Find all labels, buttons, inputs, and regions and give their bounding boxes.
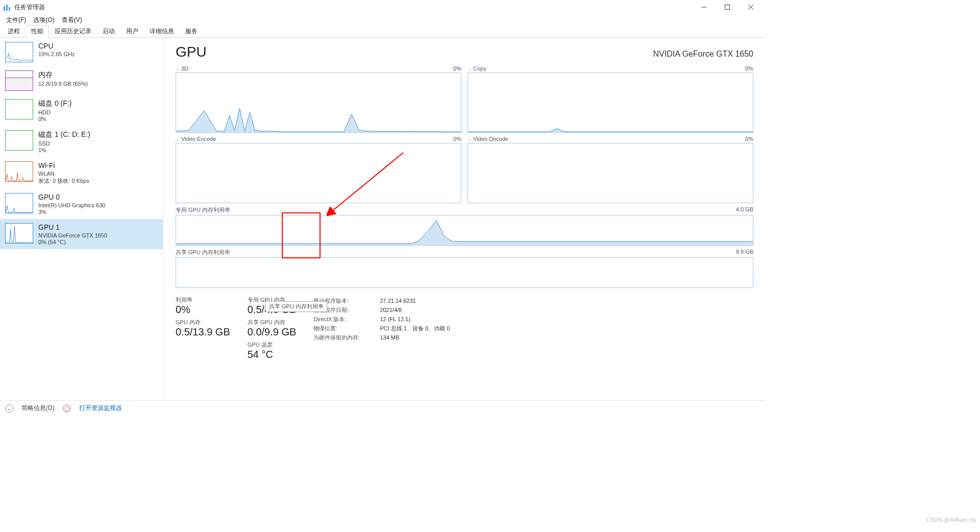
chart-shr-right: 9.9 GB xyxy=(736,249,753,256)
chart-ded-right: 4.0 GB xyxy=(736,206,753,214)
stat-util-value: 0% xyxy=(176,304,230,316)
tab-app-history[interactable]: 应用历史记录 xyxy=(49,25,97,38)
memory-value: 12.8/19.8 GB (65%) xyxy=(38,81,88,87)
open-resmon-link[interactable]: 打开资源监视器 xyxy=(79,404,122,413)
chart-video-encode[interactable]: ⌄Video Encode0% xyxy=(176,135,461,203)
chart-dedicated-memory[interactable]: 专用 GPU 内存利用率4.0 GB xyxy=(176,205,753,246)
cpu-value: 19% 2.85 GHz xyxy=(38,51,75,57)
sidebar-item-gpu0[interactable]: GPU 0Intel(R) UHD Graphics 6303% xyxy=(0,189,163,219)
stat-temp-value: 54 °C xyxy=(248,349,297,360)
tab-users[interactable]: 用户 xyxy=(120,25,144,38)
detail-v-3: PCI 总线 1、设备 0、功能 0 xyxy=(380,324,450,333)
tab-services[interactable]: 服务 xyxy=(180,25,203,38)
menu-options[interactable]: 选项(O) xyxy=(30,15,57,26)
svg-rect-7 xyxy=(6,78,33,90)
sidebar: CPU19% 2.85 GHz 内存12.8/19.8 GB (65%) 磁盘 … xyxy=(0,38,163,400)
menu-view[interactable]: 查看(V) xyxy=(59,15,85,26)
annotation-arrow-icon xyxy=(327,150,408,216)
stat-shr-label: 共享 GPU 内存 xyxy=(248,319,297,326)
gpu1-line2: NVIDIA GeForce GTX 1650 xyxy=(38,232,107,238)
memory-thumb-icon xyxy=(5,70,33,91)
disk1-line3: 1% xyxy=(38,147,90,153)
minimize-button[interactable] xyxy=(692,0,716,14)
chart-copy[interactable]: ⌄Copy0% xyxy=(468,64,753,133)
detail-v-0: 27.21.14.6231 xyxy=(380,296,415,305)
tab-performance[interactable]: 性能 xyxy=(26,25,49,38)
brief-info-link[interactable]: 简略信息(D) xyxy=(21,404,55,413)
disk1-title: 磁盘 1 (C: D: E:) xyxy=(38,130,90,139)
app-icon xyxy=(3,3,11,11)
chevron-down-icon[interactable]: ⌄ xyxy=(176,66,180,71)
svg-line-12 xyxy=(332,153,403,211)
footer: ⌄ 简略信息(D) ◯ 打开资源监视器 xyxy=(0,400,766,416)
svg-rect-0 xyxy=(4,6,5,11)
tab-processes[interactable]: 进程 xyxy=(2,25,26,38)
chart-3d-right: 0% xyxy=(453,65,461,71)
tab-startup[interactable]: 启动 xyxy=(97,25,120,38)
sidebar-item-disk0[interactable]: 磁盘 0 (F:)HDD0% xyxy=(0,95,163,126)
disk0-title: 磁盘 0 (F:) xyxy=(38,99,71,108)
chevron-down-icon[interactable]: ⌄ xyxy=(468,137,472,142)
chart-vd-label: Video Decode xyxy=(473,136,508,142)
collapse-icon[interactable]: ⌄ xyxy=(5,404,13,413)
stat-mem-label: GPU 内存 xyxy=(176,319,230,326)
disk1-thumb-icon xyxy=(5,130,33,151)
detail-k-4: 为硬件保留的内存: xyxy=(313,333,370,342)
sidebar-item-memory[interactable]: 内存12.8/19.8 GB (65%) xyxy=(0,66,163,95)
close-button[interactable] xyxy=(739,0,763,14)
chevron-down-icon[interactable]: ⌄ xyxy=(468,66,472,71)
stat-mem-value: 0.5/13.9 GB xyxy=(176,326,230,338)
window-title: 任务管理器 xyxy=(14,3,45,12)
disk0-line3: 0% xyxy=(38,116,71,122)
wifi-line2: WLAN xyxy=(38,171,89,177)
svg-rect-1 xyxy=(6,5,8,11)
detail-v-1: 2021/4/8 xyxy=(380,305,402,315)
gpu-model: NVIDIA GeForce GTX 1650 xyxy=(653,50,753,59)
page-title: GPU xyxy=(176,44,207,60)
detail-v-2: 12 (FL 12.1) xyxy=(380,315,410,324)
svg-rect-4 xyxy=(725,5,730,10)
chart-video-decode[interactable]: ⌄Video Decode0% xyxy=(468,135,753,203)
svg-rect-2 xyxy=(9,7,10,11)
stat-temp-label: GPU 温度 xyxy=(248,341,297,349)
sidebar-item-gpu1[interactable]: GPU 1NVIDIA GeForce GTX 16500% (54 °C) xyxy=(0,219,163,249)
gpu0-thumb-icon xyxy=(5,193,33,213)
tab-strip: 进程 性能 应用历史记录 启动 用户 详细信息 服务 xyxy=(0,26,766,38)
chart-copy-right: 0% xyxy=(745,65,753,71)
chart-shared-memory[interactable]: 共享 GPU 内存利用率9.9 GB xyxy=(176,248,753,288)
main-panel: GPU NVIDIA GeForce GTX 1650 ⌄3D0% ⌄Copy0… xyxy=(163,38,766,400)
chart-3d-label: 3D xyxy=(181,65,188,71)
chart-shr-label: 共享 GPU 内存利用率 xyxy=(176,249,230,256)
chart-ded-label: 专用 GPU 内存利用率 xyxy=(176,206,230,214)
resmon-icon: ◯ xyxy=(63,404,71,413)
sidebar-item-disk1[interactable]: 磁盘 1 (C: D: E:)SSD1% xyxy=(0,126,163,157)
stat-util-label: 利用率 xyxy=(176,296,230,304)
gpu1-thumb-icon xyxy=(5,223,33,244)
wifi-line3: 发送: 0 接收: 0 Kbps xyxy=(38,177,89,185)
disk0-thumb-icon xyxy=(5,99,33,119)
titlebar: 任务管理器 xyxy=(0,0,766,14)
wifi-thumb-icon xyxy=(5,161,33,182)
tab-details[interactable]: 详细信息 xyxy=(144,25,180,38)
menubar: 文件(F) 选项(O) 查看(V) xyxy=(0,14,766,26)
tooltip: 共享 GPU 内存利用率 xyxy=(265,301,327,312)
disk1-line2: SSD xyxy=(38,140,90,147)
chevron-down-icon[interactable]: ⌄ xyxy=(176,137,180,142)
chart-ve-label: Video Encode xyxy=(181,136,216,142)
gpu1-title: GPU 1 xyxy=(38,223,107,231)
sidebar-item-cpu[interactable]: CPU19% 2.85 GHz xyxy=(0,38,163,66)
detail-v-4: 134 MB xyxy=(380,333,399,342)
wifi-title: Wi-Fi xyxy=(38,161,89,170)
detail-k-3: 物理位置: xyxy=(313,324,370,333)
chart-ve-right: 0% xyxy=(453,136,461,142)
sidebar-item-wifi[interactable]: Wi-FiWLAN发送: 0 接收: 0 Kbps xyxy=(0,157,163,189)
maximize-button[interactable] xyxy=(716,0,739,14)
chart-3d[interactable]: ⌄3D0% xyxy=(176,64,461,133)
menu-file[interactable]: 文件(F) xyxy=(3,15,29,26)
detail-k-2: DirectX 版本: xyxy=(313,315,370,324)
disk0-line2: HDD xyxy=(38,109,71,115)
details-list: 驱动程序版本:27.21.14.6231 驱动程序日期:2021/4/8 Dir… xyxy=(313,296,450,360)
chart-vd-right: 0% xyxy=(745,136,753,142)
annotation-rectangle xyxy=(282,212,321,258)
gpu1-line3: 0% (54 °C) xyxy=(38,239,107,245)
